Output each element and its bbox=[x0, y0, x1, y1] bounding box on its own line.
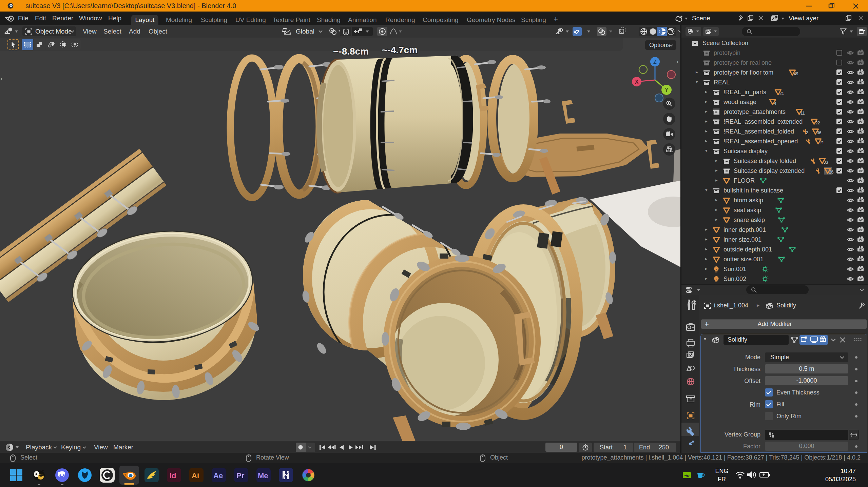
svg-text:Ae: Ae bbox=[213, 471, 223, 480]
svg-text:Ai: Ai bbox=[192, 471, 199, 480]
svg-text:Pr: Pr bbox=[236, 471, 245, 480]
svg-text:Me: Me bbox=[258, 471, 268, 480]
svg-text:X: X bbox=[635, 79, 639, 85]
svg-text:Id: Id bbox=[170, 471, 176, 480]
svg-text:~-8.8cm: ~-8.8cm bbox=[333, 46, 369, 57]
svg-text:Y: Y bbox=[665, 87, 669, 93]
svg-text:~-4.7cm: ~-4.7cm bbox=[382, 45, 418, 55]
svg-text:Z: Z bbox=[653, 59, 657, 65]
